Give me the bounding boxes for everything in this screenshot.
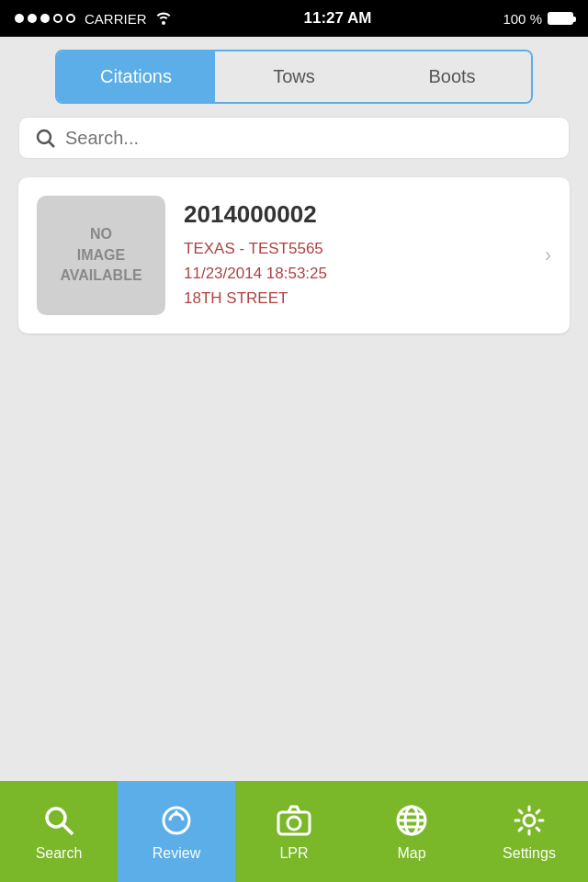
citation-location: 18TH STREET xyxy=(184,286,536,311)
status-time: 11:27 AM xyxy=(303,9,371,28)
tab-tows[interactable]: Tows xyxy=(215,51,373,102)
gear-nav-icon xyxy=(510,801,548,840)
citations-list: NOIMAGEAVAILABLE 2014000002 TEXAS - TEST… xyxy=(0,177,588,334)
review-nav-icon xyxy=(157,801,196,840)
search-input[interactable] xyxy=(65,128,554,149)
search-bar[interactable] xyxy=(18,117,570,159)
camera-nav-icon xyxy=(275,801,313,840)
nav-lpr-label: LPR xyxy=(279,845,308,862)
citation-card[interactable]: NOIMAGEAVAILABLE 2014000002 TEXAS - TEST… xyxy=(18,177,570,334)
search-icon xyxy=(34,127,56,149)
chevron-right-icon: › xyxy=(545,243,551,267)
nav-review[interactable]: Review xyxy=(118,781,235,882)
no-image-placeholder: NOIMAGEAVAILABLE xyxy=(37,196,165,315)
svg-point-12 xyxy=(524,815,535,826)
bottom-nav: Search Review LPR Map Setting xyxy=(0,781,588,882)
status-right: 100 % xyxy=(503,11,573,27)
battery-percent: 100 % xyxy=(503,11,542,27)
tab-citations[interactable]: Citations xyxy=(57,51,215,102)
citation-id: 2014000002 xyxy=(184,200,536,229)
status-left: CARRIER xyxy=(15,10,173,28)
no-image-text: NOIMAGEAVAILABLE xyxy=(60,224,141,286)
nav-settings[interactable]: Settings xyxy=(470,781,588,882)
nav-review-label: Review xyxy=(153,845,200,862)
search-container xyxy=(0,117,588,177)
status-bar: CARRIER 11:27 AM 100 % xyxy=(0,0,588,37)
nav-search[interactable]: Search xyxy=(0,781,118,882)
tab-boots[interactable]: Boots xyxy=(373,51,531,102)
citation-info: 2014000002 TEXAS - TEST5565 11/23/2014 1… xyxy=(184,200,536,311)
svg-point-0 xyxy=(38,130,51,143)
nav-map-label: Map xyxy=(397,845,425,862)
tab-group: Citations Tows Boots xyxy=(55,50,533,104)
nav-lpr[interactable]: LPR xyxy=(235,781,353,882)
svg-point-6 xyxy=(288,817,300,830)
citation-state-plate: TEXAS - TEST5565 xyxy=(184,236,536,261)
globe-nav-icon xyxy=(392,801,431,840)
battery-icon xyxy=(548,12,573,25)
wifi-icon xyxy=(154,10,173,28)
top-tab-bar: Citations Tows Boots xyxy=(0,37,588,117)
nav-search-label: Search xyxy=(36,845,83,862)
nav-map[interactable]: Map xyxy=(353,781,470,882)
nav-settings-label: Settings xyxy=(503,845,556,862)
svg-line-3 xyxy=(62,824,73,834)
carrier-label: CARRIER xyxy=(85,11,147,27)
citation-datetime: 11/23/2014 18:53:25 xyxy=(184,261,536,286)
svg-line-1 xyxy=(50,142,55,148)
search-nav-icon xyxy=(40,801,78,840)
signal-dots xyxy=(15,14,75,23)
